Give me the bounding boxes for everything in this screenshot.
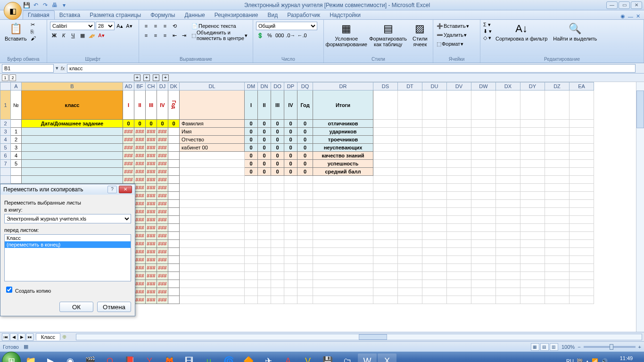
copy-icon[interactable]: ⎘ (31, 29, 36, 34)
dec-decimal-icon[interactable]: ←.0 (297, 31, 307, 40)
ribbon-close-icon[interactable]: ✕ (636, 13, 640, 19)
cell-styles-button[interactable]: ▨Стили ячеек (410, 22, 430, 48)
tab-home[interactable]: Главная (23, 10, 55, 19)
fillcolor-icon[interactable]: ◢▾ (88, 31, 96, 40)
col-header[interactable]: B (22, 82, 123, 90)
col-header[interactable]: DX (496, 82, 520, 90)
clear-icon[interactable]: ◇ ▾ (483, 35, 492, 41)
taskbar-yandex-icon[interactable]: Y (140, 354, 159, 362)
col-header[interactable]: DQ (297, 82, 313, 90)
cell[interactable]: № (11, 90, 22, 120)
comma-icon[interactable]: 000 (275, 31, 284, 40)
col-header[interactable]: CH (146, 82, 157, 90)
tab-view[interactable]: Вид (263, 11, 282, 19)
help-icon[interactable]: ◉ (620, 13, 625, 19)
align-center-icon[interactable]: ≡ (151, 31, 160, 40)
row-header[interactable]: 2 (0, 120, 11, 128)
col-header[interactable]: BF (134, 82, 146, 90)
zoom-out-icon[interactable]: − (578, 344, 580, 350)
tray-sound-icon[interactable]: 🔊 (601, 358, 608, 362)
col-header[interactable]: DP (284, 82, 297, 90)
maximize-button[interactable]: ▭ (619, 1, 630, 9)
outline-expand-2[interactable]: + (143, 74, 150, 81)
taskbar-media-icon[interactable]: ▶ (41, 354, 60, 362)
align-right-icon[interactable]: ≡ (161, 31, 169, 40)
ok-button[interactable]: ОК (59, 302, 93, 312)
taskbar-utorrent-icon[interactable]: μ (199, 354, 218, 362)
paste-button[interactable]: 📋Вставить (3, 22, 29, 42)
taskbar-excel-icon[interactable]: X (378, 354, 396, 362)
outline-expand-4[interactable]: + (162, 74, 169, 81)
col-header[interactable]: DR (313, 82, 373, 90)
select-all-corner[interactable] (0, 82, 11, 90)
delete-cells-button[interactable]: ➖ Удалить ▾ (436, 31, 467, 39)
sheet-nav-prev[interactable]: ◀ (10, 333, 17, 341)
qat-more-icon[interactable]: ▾ (60, 1, 68, 9)
minimize-button[interactable]: — (606, 1, 618, 9)
indent-inc-icon[interactable]: ⇥ (180, 31, 188, 40)
new-sheet-icon[interactable]: ⊕ (62, 334, 66, 340)
col-header[interactable]: DS (373, 82, 398, 90)
dialog-help-icon[interactable]: ? (107, 186, 117, 193)
taskbar-mpc-icon[interactable]: 🎬 (81, 354, 99, 362)
horizontal-scrollbar[interactable] (76, 334, 642, 340)
cell[interactable]: Дата/Домашнее задание (22, 120, 123, 128)
taskbar-app5-icon[interactable]: A (279, 354, 297, 362)
sheet-listbox[interactable]: Класс (переместить в конец) (4, 234, 131, 281)
find-select-button[interactable]: 🔍Найти и выделить (551, 22, 599, 42)
col-header[interactable]: DV (447, 82, 471, 90)
tab-formulas[interactable]: Формулы (146, 11, 180, 19)
redo-icon[interactable]: ↷ (41, 1, 49, 9)
tray-flag-icon[interactable]: 🏁 (577, 358, 583, 362)
taskbar-app2-icon[interactable]: 🌀 (219, 354, 238, 362)
bold-button[interactable]: Ж (50, 31, 58, 40)
taskbar-app4-icon[interactable]: ✈ (259, 354, 278, 362)
fontcolor-icon[interactable]: A▾ (97, 31, 106, 40)
formatpainter-icon[interactable]: 🖌 (31, 35, 36, 41)
col-header[interactable]: AD (123, 82, 134, 90)
sheet-nav-first[interactable]: ⏮ (2, 333, 9, 341)
row-header[interactable]: 1 (0, 90, 11, 120)
cell[interactable]: II (258, 90, 271, 120)
merge-button[interactable]: ⬚ Объединить и поместить в центре ▾ (189, 31, 250, 40)
undo-icon[interactable]: ↶ (32, 1, 40, 9)
close-button[interactable]: ✕ (631, 1, 642, 9)
grow-font-icon[interactable]: A▴ (116, 22, 124, 30)
taskbar-word-icon[interactable]: W (358, 354, 377, 362)
col-header[interactable]: DU (422, 82, 447, 90)
zoom-level[interactable]: 100% (561, 344, 575, 350)
sheet-nav-next[interactable]: ▶ (18, 333, 25, 341)
taskbar-app1-icon[interactable]: 🎞 (180, 354, 198, 362)
taskbar-app7-icon[interactable]: 🗂 (338, 354, 357, 362)
col-header[interactable]: DY (520, 82, 545, 90)
indent-dec-icon[interactable]: ⇤ (170, 31, 179, 40)
taskbar-app3-icon[interactable]: 🔶 (239, 354, 258, 362)
cell[interactable]: Год (168, 90, 180, 120)
outline-expand-3[interactable]: + (153, 74, 159, 81)
list-item[interactable]: (переместить в конец) (5, 241, 131, 248)
dialog-close-icon[interactable]: ✕ (119, 186, 132, 193)
currency-icon[interactable]: 💲 (256, 31, 264, 40)
taskbar-opera-icon[interactable]: O (100, 354, 119, 362)
outline-level-2[interactable]: 2 (9, 74, 16, 81)
office-button[interactable]: ◧ (4, 2, 22, 20)
vertical-scrollbar[interactable] (636, 82, 644, 332)
zoom-slider[interactable] (584, 346, 636, 348)
view-break-icon[interactable]: ▥ (550, 343, 558, 351)
taskbar-save-icon[interactable]: 💾 (318, 354, 337, 362)
tab-insert[interactable]: Вставка (55, 11, 85, 19)
cell[interactable]: II (134, 90, 146, 120)
fx-icon[interactable]: fx (58, 66, 67, 71)
save-icon[interactable]: 💾 (23, 1, 30, 9)
tray-network-icon[interactable]: 📶 (592, 358, 598, 362)
formula-input[interactable]: класс (67, 64, 636, 73)
cell[interactable]: Год (297, 90, 313, 120)
outline-level-1[interactable]: 1 (2, 74, 8, 81)
border-icon[interactable]: ▦ (78, 31, 87, 40)
taskbar-firefox-icon[interactable]: 🦊 (160, 354, 179, 362)
tab-data[interactable]: Данные (180, 11, 209, 19)
view-layout-icon[interactable]: ▤ (540, 343, 549, 351)
cell[interactable]: III (146, 90, 157, 120)
taskbar-pdf-icon[interactable]: 📕 (120, 354, 139, 362)
view-normal-icon[interactable]: ▦ (531, 343, 539, 351)
